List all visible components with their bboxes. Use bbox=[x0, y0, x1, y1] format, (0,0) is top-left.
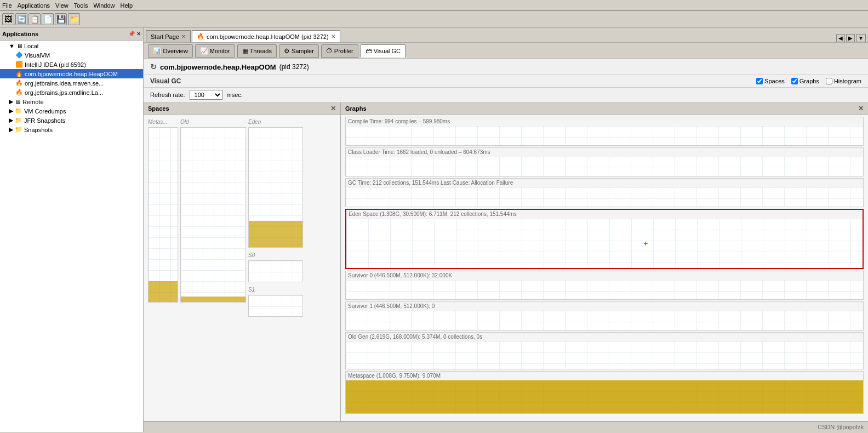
sidebar-item-heapool[interactable]: 🔥 com.bjpowernode.heap.HeapOOM bbox=[0, 69, 143, 78]
sidebar-title: Applications bbox=[2, 31, 38, 37]
old-label: Old bbox=[180, 119, 246, 125]
sidebar-item-jfr[interactable]: ▶ 📁 JFR Snapshots bbox=[0, 116, 143, 125]
sidebar-item-snapshots[interactable]: ▶ 📁 Snapshots bbox=[0, 125, 143, 134]
checkbox-histogram[interactable]: Histogram bbox=[826, 78, 861, 84]
graph-classloader-svg: const bars2 = []; for(let i=0;i<180;i++)… bbox=[346, 157, 863, 176]
menu-view[interactable]: View bbox=[55, 2, 68, 9]
graph-metaspace-label: Metaspace (1.008G, 9.750M): 9.070M bbox=[346, 372, 863, 380]
content-title: ↻ com.bjpowernode.heap.HeapOOM (pid 3272… bbox=[144, 59, 868, 75]
graph-old-gen-svg: const bars7 = []; let v7 = 5; for(let i=… bbox=[346, 341, 863, 369]
sidebar: Applications 📌 ✕ ▼ 🖥 Local 🔷 VisualVM 🟧 … bbox=[0, 27, 144, 432]
graph-eden-label: Eden Space (1.308G, 30.500M): 6.711M, 21… bbox=[346, 210, 863, 219]
sub-tab-profiler[interactable]: ⏱ Profiler bbox=[321, 44, 358, 58]
menu-applications[interactable]: Applications bbox=[18, 2, 50, 9]
menu-help[interactable]: Help bbox=[121, 2, 133, 9]
metaspace-box bbox=[148, 127, 178, 303]
sidebar-item-coredumps[interactable]: ▶ 📁 VM Coredumps bbox=[0, 106, 143, 116]
sidebar-item-remote[interactable]: ▶ 🖥 Remote bbox=[0, 97, 143, 106]
profiler-icon: ⏱ bbox=[326, 47, 333, 55]
sub-tab-monitor[interactable]: 📈 Monitor bbox=[195, 44, 235, 58]
menu-tools[interactable]: Tools bbox=[74, 2, 88, 9]
refresh-rate-select[interactable]: 100 200 500 1000 bbox=[190, 90, 222, 100]
sub-tab-label: Visual GC bbox=[374, 48, 401, 54]
graphs-panel-close[interactable]: ✕ bbox=[858, 105, 864, 112]
s0-box bbox=[248, 260, 303, 282]
sidebar-close-icon[interactable]: ✕ bbox=[136, 31, 141, 37]
sidebar-item-local[interactable]: ▼ 🖥 Local bbox=[0, 42, 143, 50]
sidebar-pin-icon[interactable]: 📌 bbox=[128, 31, 135, 37]
right-panel: Start Page ✕ 🔥 com.bjpowernode.heap.Heap… bbox=[144, 27, 868, 432]
tab-close-start[interactable]: ✕ bbox=[181, 33, 186, 39]
bottom-bar: CSDN @popofzk bbox=[144, 421, 868, 432]
visual-gc-title: Visual GC bbox=[150, 77, 181, 85]
sub-tab-sampler[interactable]: ⚙ Sampler bbox=[279, 44, 319, 58]
tab-close-heapoom[interactable]: ✕ bbox=[331, 33, 335, 39]
spaces-panel: Spaces ✕ Metas... bbox=[144, 102, 341, 421]
sub-tab-label: Overview bbox=[163, 48, 188, 54]
sidebar-item-label: org.jetbrains.idea.maven.se... bbox=[25, 80, 104, 87]
overview-icon: 📊 bbox=[153, 47, 161, 55]
checkbox-graphs-label: Graphs bbox=[800, 78, 819, 84]
sub-tab-threads[interactable]: ▦ Threads bbox=[237, 44, 277, 58]
panels-row: Spaces ✕ Metas... bbox=[144, 102, 868, 421]
s0-label: S0 bbox=[248, 252, 303, 258]
graph-survivor1-svg: const bars6 = []; for(let i=0;i<180;i++)… bbox=[346, 311, 863, 330]
graph-survivor0: Survivor 0 (446.500M, 512.000K): 32.000K… bbox=[345, 271, 864, 300]
sidebar-item-visualvm[interactable]: 🔷 VisualVM bbox=[0, 50, 143, 60]
toolbar: 🖼 🔄 📋 📄 💾 📁 bbox=[0, 11, 868, 27]
sidebar-item-label: com.bjpowernode.heap.HeapOOM bbox=[25, 71, 118, 77]
menu-file[interactable]: File bbox=[2, 2, 12, 9]
toolbar-btn-1[interactable]: 🔄 bbox=[15, 13, 27, 25]
graph-metaspace: Metaspace (1.008G, 9.750M): 9.070M bbox=[345, 371, 864, 414]
graph-survivor1-canvas: const bars6 = []; for(let i=0;i<180;i++)… bbox=[346, 311, 863, 330]
remote-icon: 🖥 bbox=[15, 99, 21, 105]
checkbox-graphs[interactable]: Graphs bbox=[791, 78, 819, 84]
sidebar-item-cmdline[interactable]: 🔥 org.jetbrains.jps.cmdline.La... bbox=[0, 88, 143, 97]
sidebar-item-maven[interactable]: 🔥 org.jetbrains.idea.maven.se... bbox=[0, 78, 143, 88]
sidebar-item-intellij[interactable]: 🟧 IntelliJ IDEA (pid 6592) bbox=[0, 60, 143, 69]
refresh-icon[interactable]: ↻ bbox=[150, 62, 157, 71]
graph-compile-time: Compile Time: 994 compiles – 599.980ms /… bbox=[345, 117, 864, 146]
toolbar-btn-4[interactable]: 💾 bbox=[55, 13, 67, 25]
toolbar-btn-0[interactable]: 🖼 bbox=[2, 13, 14, 25]
tab-heapoom[interactable]: 🔥 com.bjpowernode.heap.HeapOOM (pid 3272… bbox=[192, 30, 340, 42]
visualvm-icon: 🔷 bbox=[15, 52, 23, 59]
checkbox-histogram-input[interactable] bbox=[826, 78, 832, 84]
main-layout: Applications 📌 ✕ ▼ 🖥 Local 🔷 VisualVM 🟧 … bbox=[0, 27, 868, 432]
graph-classloader-label: Class Loader Time: 1662 loaded, 0 unload… bbox=[346, 148, 863, 157]
checkbox-graphs-input[interactable] bbox=[791, 78, 798, 84]
tab-nav: ◀ ▶ ▼ bbox=[836, 34, 866, 42]
checkbox-spaces[interactable]: Spaces bbox=[756, 78, 785, 84]
sub-tab-visual-gc[interactable]: 🗃 Visual GC bbox=[361, 44, 406, 58]
tab-list-btn[interactable]: ▼ bbox=[856, 34, 866, 42]
old-box bbox=[180, 127, 246, 303]
refresh-bar: Refresh rate: 100 200 500 1000 msec. bbox=[144, 88, 868, 102]
content-area: ↻ com.bjpowernode.heap.HeapOOM (pid 3272… bbox=[144, 59, 868, 421]
checkbox-spaces-label: Spaces bbox=[764, 78, 785, 84]
toolbar-btn-5[interactable]: 📁 bbox=[68, 13, 80, 25]
toolbar-btn-2[interactable]: 📋 bbox=[28, 13, 41, 25]
graph-compile-svg: // Generate spiky bars for compile time … bbox=[346, 126, 863, 145]
spaces-panel-close[interactable]: ✕ bbox=[330, 105, 336, 112]
graph-old-gen-canvas: const bars7 = []; let v7 = 5; for(let i=… bbox=[346, 341, 863, 369]
expand-icon: ▼ bbox=[9, 43, 15, 49]
intellij-icon: 🟧 bbox=[15, 61, 23, 68]
spaces-panel-title: Spaces bbox=[148, 105, 169, 112]
checkbox-spaces-input[interactable] bbox=[756, 78, 763, 84]
metaspace-col: Metas... bbox=[148, 119, 178, 417]
sidebar-item-label: Snapshots bbox=[24, 127, 53, 133]
graph-compile-label: Compile Time: 994 compiles – 599.980ms bbox=[346, 117, 863, 126]
sidebar-item-label: Remote bbox=[22, 99, 44, 105]
tab-next-btn[interactable]: ▶ bbox=[846, 34, 855, 42]
tab-prev-btn[interactable]: ◀ bbox=[836, 34, 845, 42]
toolbar-btn-3[interactable]: 📄 bbox=[42, 13, 54, 25]
checkbox-group: Spaces Graphs Histogram bbox=[756, 78, 861, 84]
menu-window[interactable]: Window bbox=[93, 2, 115, 9]
app-title: com.bjpowernode.heap.HeapOOM bbox=[160, 63, 276, 71]
tab-start-page[interactable]: Start Page ✕ bbox=[146, 30, 191, 42]
sidebar-item-label: Local bbox=[24, 43, 38, 49]
eden-box bbox=[248, 127, 303, 248]
graph-compile-canvas: // Generate spiky bars for compile time … bbox=[346, 126, 863, 145]
sub-tab-overview[interactable]: 📊 Overview bbox=[148, 44, 193, 58]
spaces-panel-header: Spaces ✕ bbox=[144, 102, 340, 115]
